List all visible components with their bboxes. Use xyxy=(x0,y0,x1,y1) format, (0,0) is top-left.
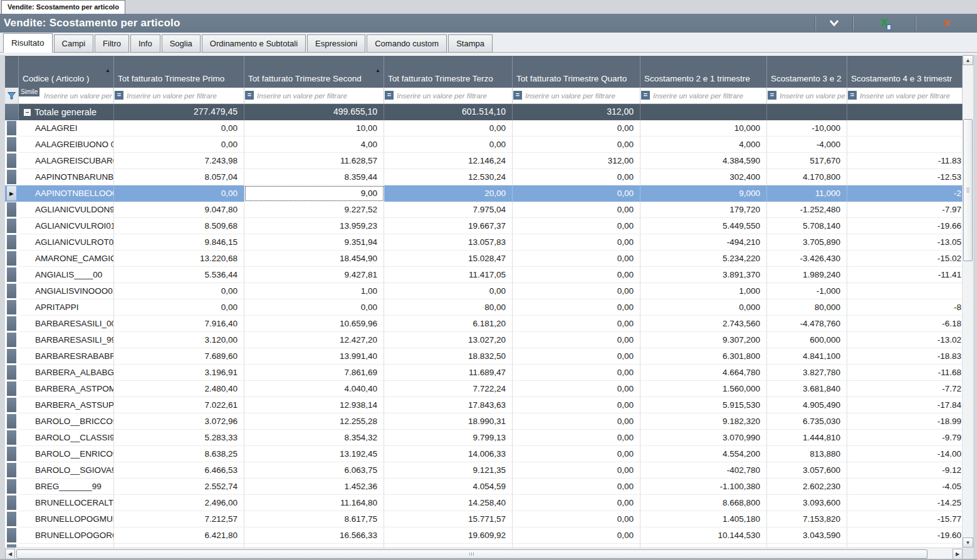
cell[interactable] xyxy=(847,137,963,153)
filter-equals-badge[interactable]: = xyxy=(641,91,650,100)
header-cell-6[interactable]: Scostamento 2 e 1 trimestre xyxy=(640,56,767,88)
row-selector-block[interactable] xyxy=(7,463,16,477)
cell[interactable]: 0,00 xyxy=(513,413,640,430)
cell[interactable]: 5.536,44 xyxy=(114,267,244,283)
cell[interactable]: 18.832,50 xyxy=(384,348,513,365)
cell[interactable]: -10,000 xyxy=(767,120,847,137)
cell[interactable]: 11.689,47 xyxy=(384,365,513,381)
filter-cell-5[interactable]: =Inserire un valore per filtrare xyxy=(513,88,640,104)
filter-equals-badge[interactable]: = xyxy=(115,91,123,100)
tab-ordinamento-e-subtotali[interactable]: Ordinamento e Subtotali xyxy=(202,34,306,53)
row-selector[interactable] xyxy=(5,430,19,446)
cell[interactable]: -4.478,760 xyxy=(767,316,847,332)
cell[interactable]: -1.252,480 xyxy=(767,202,847,218)
cell[interactable]: -18.83 xyxy=(847,348,963,365)
table-row[interactable]: BARBERA_ASTPOM022.480,404.040,407.722,24… xyxy=(5,381,963,397)
cell[interactable]: 0,00 xyxy=(384,137,513,153)
header-cell-5[interactable]: Tot fatturato Trimestre Quarto xyxy=(513,56,640,88)
cell[interactable]: 1.560,000 xyxy=(640,381,767,397)
cell[interactable]: -4,000 xyxy=(767,137,847,153)
row-selector-block[interactable] xyxy=(7,316,16,331)
cell[interactable]: 12.146,24 xyxy=(384,153,513,169)
cell[interactable]: 8.359,44 xyxy=(244,169,384,185)
cell[interactable]: 9.307,200 xyxy=(640,332,767,348)
header-cell-8[interactable]: Scostamento 4 e 3 trimestr xyxy=(847,56,963,88)
cell[interactable]: 9.182,320 xyxy=(640,413,767,430)
cell[interactable]: 0,00 xyxy=(513,479,640,495)
filter-cell-6[interactable]: =Inserire un valore per filtrare xyxy=(640,88,767,104)
cell[interactable]: 1,00 xyxy=(244,283,384,299)
cell[interactable]: 10,00 xyxy=(244,120,384,137)
cell[interactable]: 17.843,63 xyxy=(384,397,513,413)
tab-campi[interactable]: Campi xyxy=(54,34,94,53)
filter-cell-3[interactable]: =Inserire un valore per filtrare xyxy=(244,88,384,104)
cell[interactable]: 15.771,57 xyxy=(384,511,513,527)
filter-cell-2[interactable]: =Inserire un valore per filtrare xyxy=(114,88,244,104)
row-selector-block[interactable] xyxy=(7,235,16,249)
cell[interactable]: 9.227,52 xyxy=(244,202,384,218)
cell[interactable]: 0,00 xyxy=(513,283,640,299)
table-row[interactable]: BREG_______992.552,741.452,364.054,590,0… xyxy=(5,479,963,495)
collapse-panel-button[interactable] xyxy=(825,16,844,31)
cell[interactable]: 11.417,05 xyxy=(384,267,513,283)
cell[interactable]: 9.047,80 xyxy=(114,202,244,218)
row-selector[interactable] xyxy=(5,169,19,185)
cell[interactable]: 13.192,45 xyxy=(244,446,384,462)
row-selector[interactable] xyxy=(5,316,19,332)
table-row[interactable]: AGLIANICVULROT019.846,159.351,9413.057,8… xyxy=(5,234,963,251)
cell[interactable]: 7.861,69 xyxy=(244,365,384,381)
cell[interactable]: AALAGREIBUONO 02 xyxy=(19,137,114,153)
row-selector[interactable] xyxy=(5,413,19,430)
cell[interactable]: 18.454,90 xyxy=(244,251,384,267)
cell[interactable]: 5.708,140 xyxy=(767,218,847,234)
row-selector[interactable] xyxy=(5,479,19,495)
cell[interactable]: BAROLO__ENRICO99 xyxy=(19,446,114,462)
row-selector-block[interactable] xyxy=(7,365,16,380)
cell[interactable]: -9.79 xyxy=(847,430,963,446)
header-gutter-cell[interactable] xyxy=(5,56,19,88)
cell[interactable]: 7.916,40 xyxy=(114,316,244,332)
row-selector[interactable] xyxy=(5,120,19,137)
cell[interactable]: -9.12 xyxy=(847,462,963,479)
table-row[interactable]: BARBARESASILI_007.916,4010.659,966.181,2… xyxy=(5,316,963,332)
cell[interactable]: -18.99 xyxy=(847,413,963,430)
cell[interactable]: 0,00 xyxy=(513,234,640,251)
cell[interactable]: 0,00 xyxy=(513,218,640,234)
cell[interactable]: 9.121,35 xyxy=(384,462,513,479)
cell[interactable]: 13.027,20 xyxy=(384,332,513,348)
cell[interactable]: 6.421,80 xyxy=(114,527,244,544)
cell[interactable]: 4.905,490 xyxy=(767,397,847,413)
cell[interactable]: 8.617,75 xyxy=(244,511,384,527)
cell[interactable]: 8.509,68 xyxy=(114,218,244,234)
cell[interactable]: 3.057,600 xyxy=(767,462,847,479)
cell[interactable]: 6.181,20 xyxy=(384,316,513,332)
cell[interactable]: 600,000 xyxy=(767,332,847,348)
filter-cell-8[interactable]: =Inserire un valore per filtrare xyxy=(847,88,963,104)
cell[interactable]: ANGIALIS____00 xyxy=(19,267,114,283)
cell[interactable]: 0,00 xyxy=(513,495,640,511)
cell[interactable]: 1.452,36 xyxy=(244,479,384,495)
row-selector-block[interactable] xyxy=(7,528,16,542)
cell[interactable]: 9,000 xyxy=(640,185,767,202)
cell[interactable]: 3.093,600 xyxy=(767,495,847,511)
cell[interactable]: 0,00 xyxy=(513,120,640,137)
table-row[interactable]: ▶AAPINOTNBELLOO030,009,0020,000,009,0001… xyxy=(5,185,963,202)
row-selector-block[interactable] xyxy=(7,381,16,396)
row-selector-block[interactable] xyxy=(7,170,16,184)
cell[interactable]: 10.144,530 xyxy=(640,527,767,544)
filter-input[interactable]: Inserire un valore per filtrare xyxy=(653,88,765,103)
cell[interactable]: 9.799,13 xyxy=(384,430,513,446)
filter-cell-1[interactable]: SimileInserire un valore per filtrare xyxy=(19,88,114,104)
table-row[interactable]: ANGIALISVINOOO010,001,000,000,001,000-1,… xyxy=(5,283,963,299)
cell[interactable]: 0,00 xyxy=(513,381,640,397)
cell[interactable]: 0,00 xyxy=(384,120,513,137)
cell[interactable]: 0,00 xyxy=(513,511,640,527)
cell[interactable]: -11.83 xyxy=(847,153,963,169)
cell[interactable]: 5.449,550 xyxy=(640,218,767,234)
row-selector-block[interactable] xyxy=(7,495,16,510)
cell[interactable]: 517,670 xyxy=(767,153,847,169)
filter-input[interactable]: Inserire un valore per filtrare xyxy=(44,88,112,103)
cell[interactable]: AGLIANICVULDON99 xyxy=(19,202,114,218)
cell[interactable]: BARBARESASILI_00 xyxy=(19,316,114,332)
cell[interactable]: 9.351,94 xyxy=(244,234,384,251)
